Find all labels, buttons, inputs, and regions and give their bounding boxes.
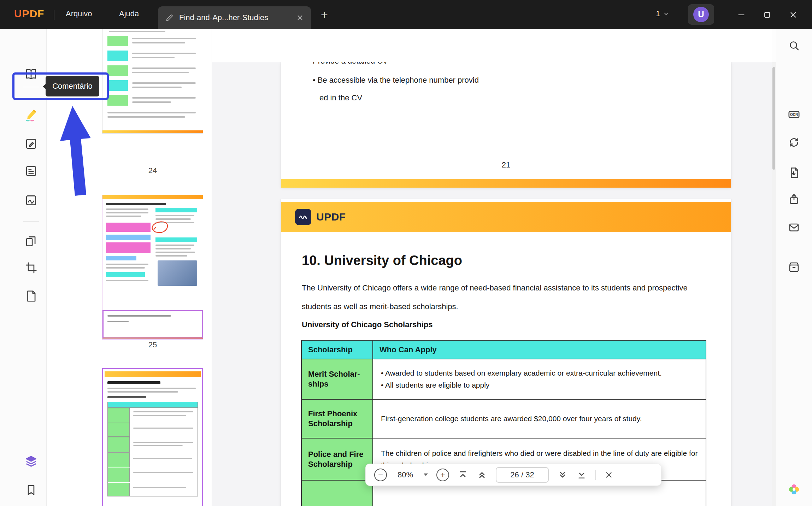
bookmark-panel-button[interactable] bbox=[21, 480, 41, 500]
search-button[interactable] bbox=[784, 36, 804, 55]
crop-icon bbox=[24, 261, 38, 275]
new-tab-button[interactable]: + bbox=[321, 8, 328, 21]
form-icon bbox=[24, 164, 38, 178]
updf-brand-text: UPDF bbox=[316, 211, 346, 223]
desc-line: • All students are eligible to apply bbox=[381, 379, 706, 391]
thumbnail-page-24[interactable] bbox=[102, 29, 203, 134]
tab-title: Find-and-Ap...her-Studies bbox=[179, 13, 291, 22]
row-name-cell bbox=[301, 480, 373, 506]
window-count-dropdown[interactable]: 1 bbox=[656, 9, 669, 18]
first-page-button[interactable] bbox=[458, 470, 468, 480]
col-header-who-can-apply: Who Can Apply bbox=[373, 340, 706, 359]
desc-line: • Awarded to students based on exemplary… bbox=[381, 367, 706, 379]
chevron-down-to-line-icon bbox=[576, 470, 587, 480]
zoom-dropdown-icon[interactable] bbox=[424, 473, 428, 476]
page21-partial-line: Provide a detailed CV bbox=[313, 62, 388, 66]
row-name-cell: First Phoenix Scholarship bbox=[301, 399, 373, 438]
menu-ajuda[interactable]: Ajuda bbox=[119, 9, 139, 18]
thumb-cell bbox=[107, 65, 128, 76]
thumbnail-page-26[interactable] bbox=[102, 368, 203, 506]
crop-tool-button[interactable] bbox=[21, 258, 41, 278]
thumbnail-page-25[interactable] bbox=[102, 195, 203, 340]
zoom-in-button[interactable]: + bbox=[436, 469, 449, 481]
thumbnail-label-24: 24 bbox=[102, 166, 203, 175]
thumbnail-panel: 24 bbox=[47, 29, 212, 506]
zoom-level: 80% bbox=[395, 470, 415, 479]
layers-panel-button[interactable] bbox=[21, 452, 41, 471]
zoom-out-button[interactable]: − bbox=[374, 469, 387, 481]
convert-button[interactable] bbox=[784, 133, 804, 152]
section-paragraph: The University of Chicago offers a wide … bbox=[302, 278, 719, 316]
viewport-indicator bbox=[102, 310, 203, 339]
table-row: Merit Scholar- ships • Awarded to studen… bbox=[301, 359, 706, 399]
previous-view-button[interactable] bbox=[477, 470, 487, 480]
close-icon bbox=[789, 10, 798, 19]
page-download-icon bbox=[788, 166, 800, 179]
chevron-up-to-line-icon bbox=[458, 470, 468, 480]
scrollbar-thumb[interactable] bbox=[772, 67, 775, 170]
sign-tool-button[interactable] bbox=[21, 190, 41, 210]
document-tab[interactable]: Find-and-Ap...her-Studies bbox=[158, 6, 311, 29]
titlebar-divider bbox=[54, 10, 54, 20]
thumb-cell bbox=[107, 80, 128, 91]
edit-note-icon bbox=[24, 137, 38, 151]
maximize-button[interactable] bbox=[759, 7, 775, 23]
page26-header-banner: UPDF bbox=[281, 202, 731, 232]
table-header-row: Scholarship Who Can Apply bbox=[301, 340, 706, 359]
form-tool-button[interactable] bbox=[21, 161, 41, 181]
organize-pages-button[interactable] bbox=[21, 231, 41, 251]
zoom-navigation-bar: − 80% + 26 / 32 bbox=[365, 464, 661, 486]
mail-button[interactable] bbox=[784, 217, 804, 237]
account-button[interactable]: U bbox=[688, 4, 714, 25]
menu-arquivo[interactable]: Arquivo bbox=[66, 9, 92, 18]
thumb-header-band bbox=[105, 371, 201, 377]
tab-close-icon[interactable] bbox=[296, 14, 304, 22]
section-heading: 10. University of Chicago bbox=[302, 253, 462, 268]
ai-assistant-button[interactable] bbox=[784, 479, 804, 499]
chevron-down-icon bbox=[663, 11, 669, 17]
annotation-toolbar: S U T T T bbox=[212, 29, 772, 62]
page-number-input[interactable]: 26 / 32 bbox=[496, 467, 549, 483]
chevrons-up-icon bbox=[477, 470, 487, 480]
tooltip-label: Comentário bbox=[52, 82, 93, 91]
next-view-button[interactable] bbox=[557, 470, 568, 480]
thumb-footer-band bbox=[102, 130, 203, 133]
page21-bullet-line: • Be accessible via the telephone number… bbox=[313, 76, 479, 85]
thumb-highlight-blue bbox=[106, 256, 136, 260]
minimize-button[interactable] bbox=[734, 7, 749, 23]
left-tool-rail bbox=[0, 29, 47, 506]
thumb-cell bbox=[107, 36, 128, 46]
thumb-highlight-pink bbox=[106, 223, 151, 232]
thumb-title-line bbox=[106, 203, 166, 205]
zoombar-divider bbox=[595, 470, 596, 480]
edit-pdf-button[interactable] bbox=[21, 134, 41, 154]
comment-tool-button[interactable] bbox=[21, 105, 41, 125]
extract-tool-button[interactable] bbox=[21, 286, 41, 306]
signature-icon bbox=[24, 194, 38, 207]
rail-divider bbox=[23, 221, 39, 222]
thumb-text-line bbox=[109, 31, 165, 32]
archive-button[interactable] bbox=[784, 257, 804, 277]
table-row: First Phoenix Scholarship First-generati… bbox=[301, 399, 706, 438]
archive-box-icon bbox=[788, 261, 800, 273]
page21-footer-band bbox=[281, 179, 731, 188]
thumbnail-label-25: 25 bbox=[102, 340, 203, 349]
bookmark-icon bbox=[24, 483, 38, 497]
titlebar: UPDF Arquivo Ajuda Find-and-Ap...her-Stu… bbox=[0, 0, 812, 29]
document-icon bbox=[24, 289, 38, 303]
svg-text:OCR: OCR bbox=[790, 113, 798, 117]
close-zoombar-button[interactable] bbox=[604, 470, 613, 479]
ocr-button[interactable]: OCR bbox=[784, 105, 804, 124]
thumb-subtitle-line bbox=[107, 396, 146, 398]
col-header-scholarship: Scholarship bbox=[301, 340, 373, 359]
share-button[interactable] bbox=[784, 189, 804, 209]
ocr-icon: OCR bbox=[787, 107, 801, 122]
search-icon bbox=[788, 39, 800, 52]
pdf-page-21: Provide a detailed CV • Be accessible vi… bbox=[281, 62, 731, 188]
close-button[interactable] bbox=[785, 7, 801, 23]
thumb-cell bbox=[107, 95, 128, 106]
document-scrollbar[interactable] bbox=[772, 62, 776, 506]
export-page-button[interactable] bbox=[784, 163, 804, 183]
last-page-button[interactable] bbox=[576, 470, 587, 480]
row-name-cell: Police and Fire Scholarship bbox=[301, 438, 373, 480]
